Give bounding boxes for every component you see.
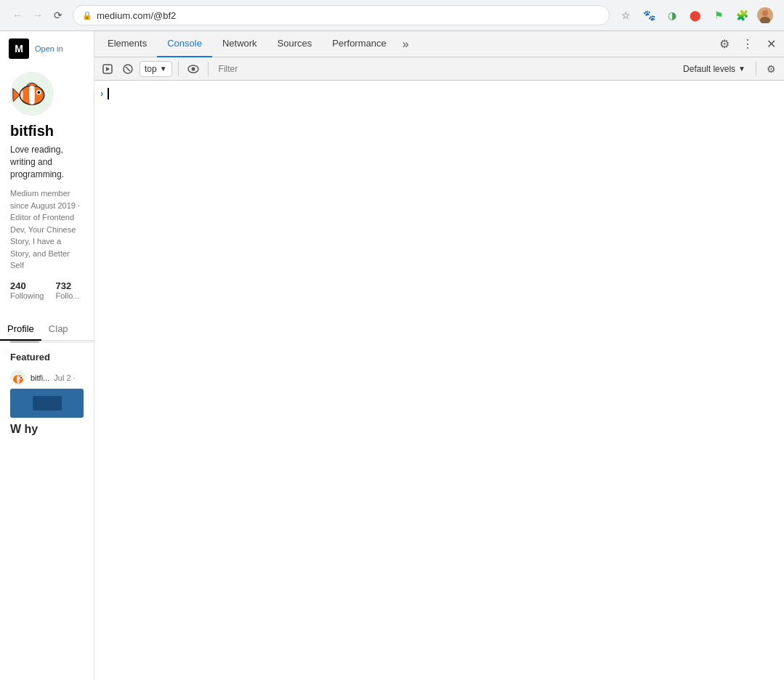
levels-chevron-icon: ▼	[738, 65, 745, 73]
devtools-more-button[interactable]: ⋮	[737, 34, 758, 54]
featured-section: Featured bitfi... Jul 2 ·	[0, 343, 94, 446]
username: bitfish	[10, 123, 84, 139]
author-name: bitfi...	[31, 373, 49, 382]
medium-panel: M Open in	[0, 31, 94, 680]
tab-clap[interactable]: Clap	[41, 317, 76, 340]
address-bar[interactable]: 🔒 medium.com/@bf2	[73, 5, 610, 25]
browser-chrome: ← → ⟳ 🔒 medium.com/@bf2 ☆ 🐾 ◑ ⬤ ⚑ 🧩	[0, 0, 784, 31]
context-selector[interactable]: top ▼	[140, 61, 172, 77]
svg-marker-17	[106, 67, 110, 71]
forward-button[interactable]: →	[29, 7, 47, 24]
console-area[interactable]: ›	[94, 81, 784, 680]
toolbar-separator-3	[756, 62, 756, 76]
svg-line-19	[126, 67, 130, 71]
svg-point-9	[37, 91, 40, 94]
featured-article[interactable]: bitfi... Jul 2 · W hy	[10, 370, 84, 437]
article-title: W hy	[10, 422, 84, 437]
console-cursor	[108, 88, 109, 100]
more-tabs-button[interactable]: »	[397, 31, 415, 57]
profile-avatar-image	[12, 73, 52, 114]
svg-point-13	[17, 375, 20, 384]
devtools-tabs-bar: Elements Console Network Sources Perform…	[94, 31, 784, 57]
console-toolbar: top ▼ Default levels ▼ ⚙	[94, 57, 784, 81]
console-input-row: ›	[94, 84, 784, 102]
tab-network[interactable]: Network	[212, 31, 267, 57]
meta-info: Medium member since August 2019 · Editor…	[10, 187, 84, 272]
reload-button[interactable]: ⟳	[49, 7, 67, 24]
followers-stat[interactable]: 732 Follo...	[55, 280, 79, 300]
bio: Love reading, writing and programming.	[10, 144, 84, 180]
main-layout: M Open in	[0, 31, 784, 680]
medium-header: M Open in	[0, 31, 94, 66]
extension-btn-3[interactable]: ⬤	[685, 5, 706, 25]
devtools-close-button[interactable]: ✕	[761, 34, 781, 54]
back-button[interactable]: ←	[9, 7, 26, 24]
console-settings-button[interactable]: ⚙	[762, 60, 780, 78]
levels-dropdown[interactable]: Default levels ▼	[679, 61, 750, 77]
tab-indicator	[10, 341, 39, 343]
context-dropdown-icon: ▼	[160, 65, 167, 73]
following-count: 240	[10, 280, 44, 291]
medium-logo: M	[9, 39, 29, 59]
user-avatar-icon	[757, 7, 773, 23]
eye-button[interactable]	[185, 60, 202, 78]
url-text: medium.com/@bf2	[97, 10, 176, 21]
svg-rect-10	[29, 86, 34, 105]
svg-point-1	[762, 10, 768, 16]
filter-input[interactable]	[214, 61, 676, 77]
open-in-button[interactable]: Open in	[35, 44, 63, 53]
devtools-settings-button[interactable]: ⚙	[714, 34, 735, 54]
clear-icon	[123, 64, 133, 74]
context-value: top	[145, 64, 157, 74]
nav-buttons: ← → ⟳	[9, 7, 67, 24]
stats-row: 240 Following 732 Follo...	[10, 280, 84, 300]
tab-console[interactable]: Console	[157, 31, 212, 57]
devtools-panel: Elements Console Network Sources Perform…	[94, 31, 784, 680]
extension-btn-1[interactable]: 🐾	[639, 5, 659, 25]
eye-icon	[187, 65, 199, 73]
run-script-button[interactable]	[99, 60, 116, 78]
article-author-row: bitfi... Jul 2 ·	[10, 370, 84, 386]
levels-label: Default levels	[683, 64, 735, 74]
browser-toolbar: ← → ⟳ 🔒 medium.com/@bf2 ☆ 🐾 ◑ ⬤ ⚑ 🧩	[0, 0, 784, 31]
featured-title: Featured	[10, 352, 84, 363]
toolbar-separator-2	[208, 62, 209, 76]
play-icon	[102, 64, 113, 74]
devtools-actions: ⚙ ⋮ ✕	[714, 34, 781, 54]
bookmark-button[interactable]: ☆	[615, 5, 636, 25]
followers-label: Follo...	[55, 291, 79, 300]
tab-elements[interactable]: Elements	[97, 31, 157, 57]
article-image	[10, 389, 84, 418]
followers-count: 732	[55, 280, 79, 291]
article-date: Jul 2 ·	[54, 373, 75, 382]
following-stat[interactable]: 240 Following	[10, 280, 44, 300]
profile-tabs: Profile Clap	[0, 317, 94, 341]
extension-btn-4[interactable]: ⚑	[708, 5, 729, 25]
svg-point-15	[20, 377, 22, 379]
extension-btn-2[interactable]: ◑	[662, 5, 682, 25]
tab-sources[interactable]: Sources	[267, 31, 323, 57]
following-label: Following	[10, 291, 44, 300]
author-avatar-icon	[10, 370, 26, 386]
toolbar-separator	[178, 62, 179, 76]
clear-console-button[interactable]	[119, 60, 137, 78]
tab-performance[interactable]: Performance	[322, 31, 396, 57]
svg-point-21	[191, 67, 195, 70]
author-avatar	[10, 370, 26, 386]
avatar	[10, 72, 54, 116]
extensions-button[interactable]: 🧩	[732, 5, 752, 25]
browser-actions: ☆ 🐾 ◑ ⬤ ⚑ 🧩	[615, 5, 775, 25]
console-prompt-icon: ›	[100, 88, 103, 99]
tab-profile[interactable]: Profile	[0, 317, 41, 340]
lock-icon: 🔒	[82, 11, 92, 20]
profile-button[interactable]	[755, 5, 775, 25]
profile-section: bitfish Love reading, writing and progra…	[0, 66, 94, 317]
